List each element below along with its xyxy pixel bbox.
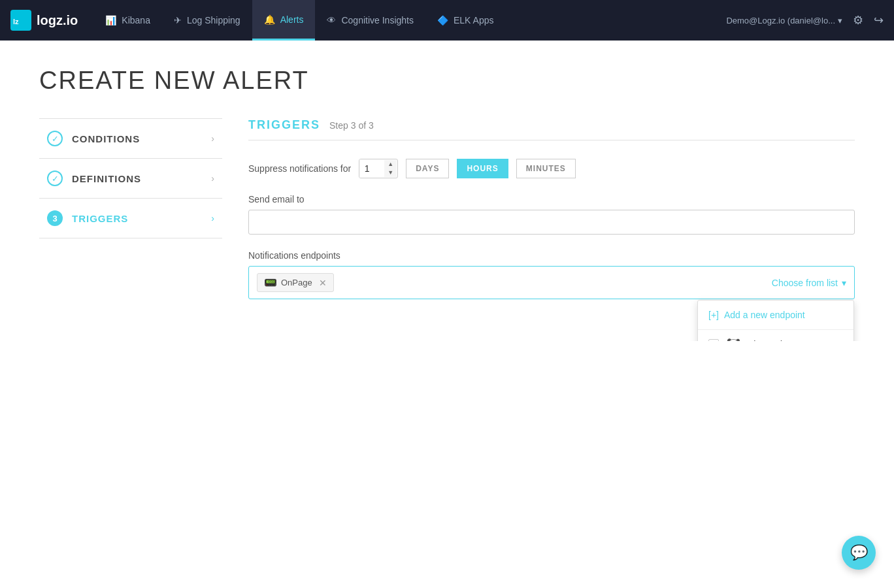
triggers-number: 3 xyxy=(47,210,63,226)
step-conditions[interactable]: ✓ CONDITIONS › xyxy=(39,118,222,159)
email-input[interactable] xyxy=(248,210,855,235)
conditions-check-icon: ✓ xyxy=(47,131,63,146)
endpoint-dropdown: [+] Add a new endpoint 🐼 BigPanda xyxy=(697,300,854,341)
cognitive-icon: 👁 xyxy=(327,15,336,25)
definitions-label: DEFINITIONS xyxy=(72,173,141,184)
nav-elk-apps[interactable]: 🔷 ELK Apps xyxy=(425,0,506,41)
suppress-value-input[interactable] xyxy=(359,159,384,178)
logout-icon[interactable]: ↪ xyxy=(874,13,884,27)
alerts-icon: 🔔 xyxy=(264,14,275,25)
suppress-row: Suppress notifications for ▲ ▼ DAYS HOUR… xyxy=(248,159,855,178)
bigpanda-label: BigPanda xyxy=(748,339,787,341)
log-shipping-icon: ✈ xyxy=(174,15,182,25)
logo-text: logz.io xyxy=(37,13,78,28)
onpage-tag: 📟 OnPage ✕ xyxy=(257,273,334,292)
conditions-arrow-icon: › xyxy=(211,133,214,144)
elk-icon: 🔷 xyxy=(437,15,448,25)
nav-log-shipping[interactable]: ✈ Log Shipping xyxy=(162,0,252,41)
remove-onpage-btn[interactable]: ✕ xyxy=(319,278,327,288)
send-email-label: Send email to xyxy=(248,194,855,204)
triggers-arrow-icon: › xyxy=(211,213,214,223)
plus-icon: [+] xyxy=(708,310,719,320)
definitions-arrow-icon: › xyxy=(211,173,214,184)
minutes-btn[interactable]: MINUTES xyxy=(516,159,576,178)
step-definitions[interactable]: ✓ DEFINITIONS › xyxy=(39,159,222,199)
steps-sidebar: ✓ CONDITIONS › ✓ DEFINITIONS › 3 TRIGGER… xyxy=(39,118,222,315)
decrement-btn[interactable]: ▼ xyxy=(384,169,397,177)
content-layout: ✓ CONDITIONS › ✓ DEFINITIONS › 3 TRIGGER… xyxy=(39,118,855,315)
suppress-label: Suppress notifications for xyxy=(248,163,351,174)
choose-from-list-btn[interactable]: Choose from list ▾ xyxy=(772,278,846,288)
main-panel: TRIGGERS Step 3 of 3 Suppress notificati… xyxy=(248,118,855,315)
step-label: Step 3 of 3 xyxy=(329,120,374,131)
add-endpoint-btn[interactable]: [+] Add a new endpoint xyxy=(698,301,853,330)
section-title: TRIGGERS xyxy=(248,118,320,132)
triggers-label: TRIGGERS xyxy=(72,213,128,224)
page-title: CREATE NEW ALERT xyxy=(39,67,855,95)
notifications-endpoints-label: Notifications endpoints xyxy=(248,250,855,261)
section-header: TRIGGERS Step 3 of 3 xyxy=(248,118,855,140)
notifications-endpoints-row: Notifications endpoints 📟 OnPage ✕ Choos… xyxy=(248,250,855,299)
conditions-label: CONDITIONS xyxy=(72,133,140,144)
nav-items: 📊 Kibana ✈ Log Shipping 🔔 Alerts 👁 Cogni… xyxy=(93,0,726,41)
definitions-check-icon: ✓ xyxy=(47,171,63,186)
nav-alerts[interactable]: 🔔 Alerts xyxy=(252,0,316,41)
user-dropdown-icon: ▾ xyxy=(838,16,842,25)
days-btn[interactable]: DAYS xyxy=(406,159,449,178)
nav-kibana[interactable]: 📊 Kibana xyxy=(93,0,162,41)
page-container: CREATE NEW ALERT ✓ CONDITIONS › ✓ DEFINI… xyxy=(0,41,894,341)
dropdown-item-bigpanda[interactable]: 🐼 BigPanda xyxy=(698,330,853,341)
bigpanda-checkbox[interactable] xyxy=(708,339,719,341)
nav-cognitive-insights[interactable]: 👁 Cognitive Insights xyxy=(315,0,425,41)
svg-text:lz: lz xyxy=(13,18,19,25)
increment-btn[interactable]: ▲ xyxy=(384,160,397,169)
onpage-tag-label: OnPage xyxy=(281,278,312,287)
logo[interactable]: lz logz.io xyxy=(10,10,78,31)
endpoints-container: 📟 OnPage ✕ Choose from list ▾ [+] Add xyxy=(248,266,855,299)
user-menu[interactable]: Demo@Logz.io (daniel@lo... ▾ xyxy=(726,16,842,25)
bigpanda-icon: 🐼 xyxy=(725,336,741,341)
kibana-icon: 📊 xyxy=(105,15,116,25)
navbar: lz logz.io 📊 Kibana ✈ Log Shipping 🔔 Ale… xyxy=(0,0,894,41)
send-email-row: Send email to xyxy=(248,194,855,235)
hours-btn[interactable]: HOURS xyxy=(457,159,508,178)
nav-right: Demo@Logz.io (daniel@lo... ▾ ⚙ ↪ xyxy=(726,13,884,27)
chevron-down-icon: ▾ xyxy=(842,278,846,288)
endpoint-tags: 📟 OnPage ✕ xyxy=(257,273,334,292)
settings-icon[interactable]: ⚙ xyxy=(853,13,863,27)
step-triggers[interactable]: 3 TRIGGERS › xyxy=(39,199,222,238)
suppress-number-input[interactable]: ▲ ▼ xyxy=(359,159,398,178)
onpage-tag-icon: 📟 xyxy=(264,276,277,289)
